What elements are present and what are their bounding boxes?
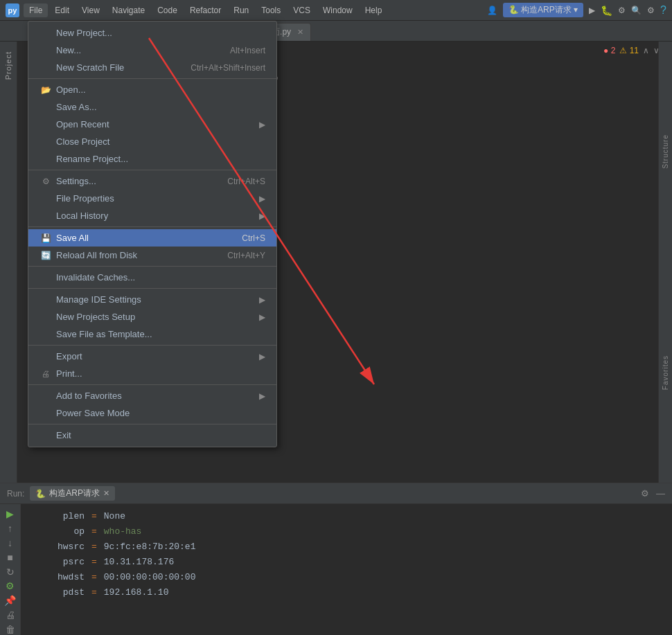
run-button[interactable]: ▶ bbox=[589, 6, 595, 15]
menu-open[interactable]: 📂 Open... bbox=[28, 81, 276, 98]
menu-close-project[interactable]: Close Project bbox=[28, 133, 276, 150]
run-label: Run: bbox=[7, 489, 24, 499]
menu-new-scratch-label: New Scratch File bbox=[56, 62, 124, 73]
menu-invalidate-caches[interactable]: Invalidate Caches... bbox=[28, 269, 276, 286]
menu-export-label: Export bbox=[56, 351, 82, 361]
menu-navigate[interactable]: Navigate bbox=[107, 3, 150, 17]
coverage-icon[interactable]: ⚙ bbox=[618, 6, 626, 15]
nav-up[interactable]: ∧ bbox=[643, 46, 649, 55]
menu-export[interactable]: Export ▶ bbox=[28, 348, 276, 365]
output-plen: plen = None bbox=[29, 508, 664, 524]
menu-open-recent[interactable]: Open Recent ▶ bbox=[28, 116, 276, 133]
open-icon: 📂 bbox=[39, 85, 52, 95]
menu-local-history[interactable]: Local History ▶ bbox=[28, 207, 276, 224]
bottom-content: ▶ ↑ ↓ ■ ↻ ⚙ 📌 🖨 🗑 plen = None op = who-h… bbox=[0, 504, 672, 635]
dropdown-menu-container: New Project... New... Alt+Insert New Scr… bbox=[28, 21, 277, 447]
menu-invalidate-label: Invalidate Caches... bbox=[56, 272, 135, 283]
menu-code[interactable]: Code bbox=[152, 3, 183, 17]
output-pdst: pdst = 192.168.1.10 bbox=[29, 584, 664, 600]
output-hwsrc: hwsrc = 9c:fc:e8:7b:20:e1 bbox=[29, 539, 664, 554]
print-icon: 🖨 bbox=[39, 369, 52, 379]
user-icon[interactable]: 👤 bbox=[487, 6, 497, 15]
run-tool-btn[interactable]: ▶ bbox=[2, 508, 19, 520]
warning-badge: ⚠ 11 bbox=[619, 46, 639, 55]
bottom-toolbar: Run: 🐍 构造ARP请求 ✕ ⚙ — bbox=[0, 483, 672, 504]
menu-manage-ide[interactable]: Manage IDE Settings ▶ bbox=[28, 291, 276, 308]
build-config[interactable]: 🐍 构造ARP请求 ▾ bbox=[503, 3, 583, 17]
settings-icon-bottom[interactable]: ⚙ bbox=[641, 488, 649, 499]
sep-3 bbox=[28, 226, 276, 227]
menu-edit[interactable]: Edit bbox=[49, 3, 75, 17]
delete-btn[interactable]: 🗑 bbox=[2, 623, 19, 635]
output-hwdst: hwdst = 00:00:00:00:00:00 bbox=[29, 569, 664, 584]
sep-6 bbox=[28, 345, 276, 346]
menu-exit[interactable]: Exit bbox=[28, 427, 276, 444]
menu-power-save-label: Power Save Mode bbox=[56, 408, 130, 418]
menu-vcs[interactable]: VCS bbox=[288, 3, 316, 17]
menu-new-project-label: New Project... bbox=[56, 28, 112, 38]
menu-file-properties[interactable]: File Properties ▶ bbox=[28, 190, 276, 207]
menu-new[interactable]: New... Alt+Insert bbox=[28, 42, 276, 59]
file-props-arrow: ▶ bbox=[259, 194, 265, 204]
error-badge: ● 2 bbox=[603, 46, 615, 55]
top-bar: py File Edit View Navigate Code Refactor… bbox=[0, 0, 672, 21]
menu-save-as-template[interactable]: Save File as Template... bbox=[28, 325, 276, 343]
menu-save-all-label: Save All bbox=[56, 233, 89, 243]
menu-new-scratch[interactable]: New Scratch File Ctrl+Alt+Shift+Insert bbox=[28, 59, 276, 76]
sep-4 bbox=[28, 266, 276, 267]
menu-run[interactable]: Run bbox=[228, 3, 254, 17]
menu-open-recent-label: Open Recent bbox=[56, 119, 109, 129]
open-recent-arrow: ▶ bbox=[259, 120, 265, 129]
run-tab[interactable]: 🐍 构造ARP请求 ✕ bbox=[30, 486, 115, 501]
menu-open-label: Open... bbox=[56, 84, 86, 95]
bottom-left-tools: ▶ ↑ ↓ ■ ↻ ⚙ 📌 🖨 🗑 bbox=[0, 504, 21, 635]
bottom-panel: Run: 🐍 构造ARP请求 ✕ ⚙ — ▶ ↑ ↓ ■ ↻ ⚙ 📌 🖨 🗑 p… bbox=[0, 483, 672, 635]
run-tab-close[interactable]: ✕ bbox=[103, 489, 109, 498]
export-arrow: ▶ bbox=[259, 352, 265, 361]
stop-btn[interactable]: ■ bbox=[2, 551, 19, 564]
menu-add-favorites-label: Add to Favorites bbox=[56, 391, 122, 401]
search-button[interactable]: 🔍 bbox=[631, 6, 642, 15]
menu-manage-ide-label: Manage IDE Settings bbox=[56, 294, 141, 305]
menu-reload-all-label: Reload All from Disk bbox=[56, 250, 137, 260]
settings-button[interactable]: ⚙ bbox=[647, 6, 655, 15]
manage-ide-arrow: ▶ bbox=[259, 295, 265, 305]
pin-btn[interactable]: 📌 bbox=[2, 594, 19, 607]
debug-button[interactable]: 🐛 bbox=[601, 5, 612, 16]
print-btn[interactable]: 🖨 bbox=[2, 609, 19, 621]
tab-baidu-close[interactable]: ✕ bbox=[297, 28, 303, 37]
menu-refactor[interactable]: Refactor bbox=[184, 3, 227, 17]
menu-power-save[interactable]: Power Save Mode bbox=[28, 404, 276, 422]
settings-tool-btn[interactable]: ⚙ bbox=[2, 580, 19, 592]
menu-view[interactable]: View bbox=[76, 3, 105, 17]
sep-7 bbox=[28, 384, 276, 385]
menu-new-project[interactable]: New Project... bbox=[28, 24, 276, 42]
code-indicators: ● 2 ⚠ 11 ∧ ∨ bbox=[603, 46, 660, 55]
menu-window[interactable]: Window bbox=[317, 3, 358, 17]
menu-print[interactable]: 🖨 Print... bbox=[28, 365, 276, 382]
menu-add-favorites[interactable]: Add to Favorites ▶ bbox=[28, 387, 276, 404]
menu-save-all[interactable]: 💾 Save All Ctrl+S bbox=[28, 229, 276, 247]
scroll-up-btn[interactable]: ↑ bbox=[2, 522, 19, 535]
menu-close-project-label: Close Project bbox=[56, 136, 109, 147]
menu-new-projects-label: New Projects Setup bbox=[56, 312, 135, 322]
menu-reload-shortcut: Ctrl+Alt+Y bbox=[227, 251, 265, 260]
project-sidebar: Project bbox=[0, 42, 17, 483]
rerun-btn[interactable]: ↻ bbox=[2, 566, 19, 578]
app-logo: py bbox=[6, 3, 19, 17]
minimize-icon[interactable]: — bbox=[656, 488, 665, 499]
menu-file[interactable]: File bbox=[24, 3, 48, 17]
save-all-icon: 💾 bbox=[39, 233, 52, 243]
scroll-down-btn[interactable]: ↓ bbox=[2, 537, 19, 549]
menu-new-projects-setup[interactable]: New Projects Setup ▶ bbox=[28, 308, 276, 325]
menu-save-as[interactable]: Save As... bbox=[28, 98, 276, 116]
structure-label: Structure bbox=[662, 134, 669, 169]
menu-new-shortcut: Alt+Insert bbox=[230, 46, 265, 55]
menu-tools[interactable]: Tools bbox=[256, 3, 286, 17]
menu-settings[interactable]: ⚙ Settings... Ctrl+Alt+S bbox=[28, 172, 276, 190]
help-button[interactable]: ? bbox=[660, 4, 666, 17]
menu-rename-project[interactable]: Rename Project... bbox=[28, 150, 276, 168]
menu-help[interactable]: Help bbox=[360, 3, 388, 17]
menu-reload-all[interactable]: 🔄 Reload All from Disk Ctrl+Alt+Y bbox=[28, 247, 276, 264]
settings-menu-icon: ⚙ bbox=[39, 177, 52, 186]
